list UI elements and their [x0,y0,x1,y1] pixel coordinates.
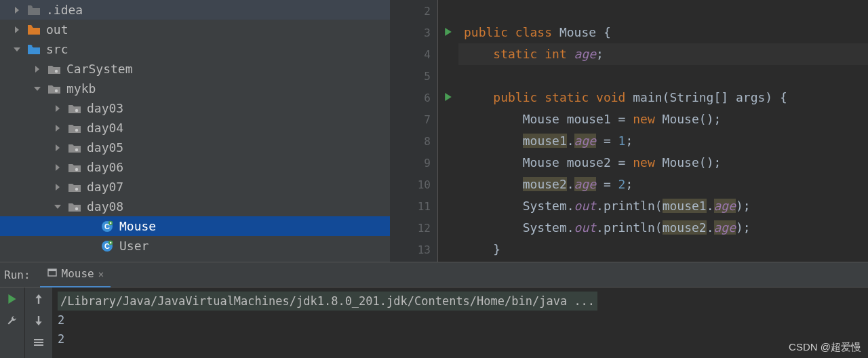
tree-item-label: day08 [87,199,123,214]
project-tree[interactable]: .ideaoutsrcCarSystemmykbday03day04day05d… [0,0,390,262]
svg-point-16 [75,187,78,190]
gutter-icon-slot [438,43,458,65]
gutter-icon-slot [438,0,458,22]
svg-marker-17 [54,205,61,209]
chevron-right-icon[interactable] [54,144,61,151]
svg-rect-34 [34,344,43,346]
tree-item-label: day03 [87,101,123,115]
gutter-icon-slot [438,65,458,87]
down-arrow-icon[interactable] [31,313,46,328]
gutter-icon-slot [438,174,458,195]
svg-point-8 [75,108,78,111]
run-panel-title: Run: [4,268,31,281]
line-number: 3 [390,22,431,43]
line-number: 2 [390,0,431,22]
package-icon [68,200,81,214]
up-arrow-icon[interactable] [31,292,46,306]
svg-point-4 [55,69,58,72]
package-icon [68,102,81,115]
line-number: 9 [390,152,431,174]
package-icon [47,62,61,76]
run-tab-icon [47,267,58,281]
package-icon [68,121,81,135]
gutter-icon-slot [438,217,458,239]
chevron-right-icon[interactable] [54,105,61,112]
svg-point-12 [75,148,78,151]
wrench-icon[interactable] [5,313,20,328]
svg-rect-33 [34,342,43,343]
svg-point-18 [75,207,78,210]
chevron-down-icon[interactable] [14,46,20,53]
svg-marker-7 [56,105,60,112]
tree-item-label: day06 [87,160,123,174]
tree-item-mouse[interactable]: CMouse [0,216,390,236]
line-number: 6 [390,87,431,108]
editor-gutter: 2345678910111213 [390,0,438,262]
console-line: 2 [58,330,863,349]
line-number: 5 [390,65,431,87]
svg-rect-32 [34,339,43,340]
tree-item--idea[interactable]: .idea [0,0,390,20]
line-number: 13 [390,239,431,260]
java-class-icon: C [100,220,114,233]
run-gutter-icon[interactable] [444,93,452,103]
tree-item-label: day05 [87,140,123,155]
line-number: 7 [390,108,431,130]
chevron-down-icon[interactable] [34,85,41,92]
code-editor[interactable]: public class Mouse { static int age; pub… [458,0,868,262]
tree-item-label: User [119,239,149,253]
line-number: 10 [390,174,431,195]
tree-item-src[interactable]: src [0,39,390,59]
run-gutter-icon[interactable] [444,28,452,38]
tree-item-day04[interactable]: day04 [0,118,390,138]
svg-marker-5 [34,87,41,91]
folder-icon [27,23,41,37]
chevron-right-icon[interactable] [14,7,20,14]
tree-item-carsystem[interactable]: CarSystem [0,59,390,79]
tree-item-mykb[interactable]: mykb [0,79,390,98]
chevron-down-icon[interactable] [54,203,61,210]
run-tab-label: Mouse [62,267,94,280]
svg-point-14 [75,167,78,170]
svg-marker-28 [445,93,452,101]
svg-marker-15 [56,184,60,191]
console-output[interactable]: /Library/Java/JavaVirtualMachines/jdk1.8… [52,287,868,358]
chevron-right-icon[interactable] [54,164,61,171]
folder-icon [27,43,41,56]
folder-icon [27,3,41,17]
chevron-right-icon[interactable] [14,26,20,33]
package-icon [68,161,81,174]
chevron-right-icon[interactable] [54,125,61,132]
menu-icon[interactable] [31,335,46,350]
gutter-icon-slot [438,87,458,108]
tree-item-label: out [46,22,68,37]
tree-item-day03[interactable]: day03 [0,98,390,118]
run-panel: Run: Mouse ✕ [0,262,868,358]
run-tab-mouse[interactable]: Mouse ✕ [40,262,111,288]
svg-point-10 [75,128,78,131]
tree-item-day07[interactable]: day07 [0,177,390,197]
tree-item-label: day07 [87,180,123,194]
svg-marker-31 [8,294,16,304]
gutter-icon-slot [438,195,458,217]
editor-gutter-icons [438,0,458,262]
tree-item-label: .idea [46,3,83,17]
tree-item-day08[interactable]: day08 [0,197,390,216]
tree-item-out[interactable]: out [0,20,390,39]
svg-marker-11 [56,144,60,151]
chevron-right-icon[interactable] [54,184,61,191]
tree-item-day06[interactable]: day06 [0,157,390,177]
chevron-right-icon[interactable] [34,66,41,73]
close-icon[interactable]: ✕ [98,268,104,279]
line-number: 11 [390,195,431,217]
line-number: 12 [390,217,431,239]
gutter-icon-slot [438,108,458,130]
gutter-icon-slot [438,22,458,43]
run-toolbar-nav [24,287,52,358]
tree-item-user[interactable]: CUser [0,236,390,256]
rerun-button[interactable] [5,292,20,306]
svg-marker-2 [14,47,20,52]
svg-point-6 [55,89,58,92]
tree-item-day05[interactable]: day05 [0,138,390,157]
tree-item-label: CarSystem [66,62,133,76]
